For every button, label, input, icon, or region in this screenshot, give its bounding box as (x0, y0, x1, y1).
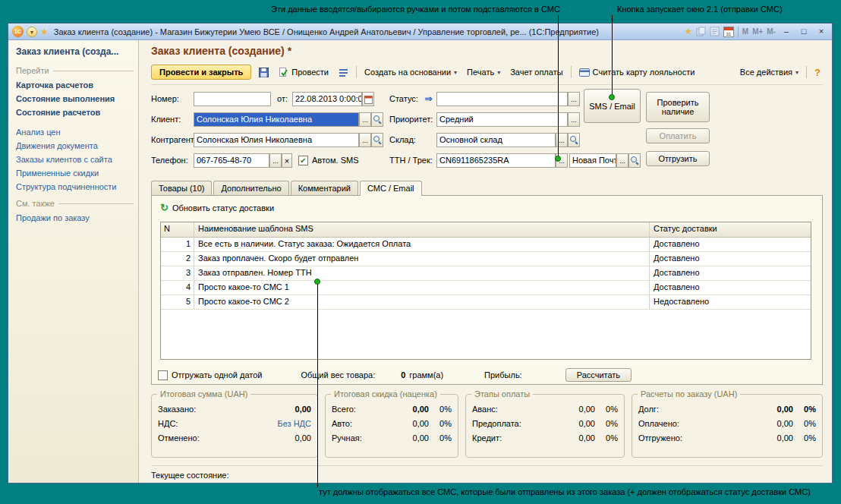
print-button[interactable]: Печать ▾ (465, 66, 502, 78)
calendar-icon[interactable]: 31 (723, 27, 734, 37)
warehouse-search-button[interactable] (568, 133, 580, 147)
vat-link[interactable]: Без НДС (250, 419, 311, 428)
history-icon[interactable] (710, 27, 720, 36)
client-field[interactable]: Солонская Юлия Николаевна (194, 112, 359, 127)
ship-same-date-checkbox[interactable] (158, 370, 168, 380)
carrier-search-button[interactable] (628, 153, 641, 168)
help-button[interactable]: ? (812, 67, 823, 78)
date-calendar-button[interactable] (362, 92, 374, 106)
ship-same-date-label: Отгружать одной датой (172, 370, 262, 380)
carrier-field[interactable]: Новая Почта (569, 153, 616, 168)
column-header-template[interactable]: Наименование шаблона SMS (194, 222, 650, 237)
column-header-n[interactable]: N (161, 222, 194, 237)
save-icon (259, 68, 269, 77)
sidebar-item-settlement-card[interactable]: Карточка расчетов (16, 80, 134, 90)
create-based-on-button[interactable]: Создать на основании ▾ (362, 66, 459, 78)
ttn-field[interactable]: CN6911865235RA (436, 153, 556, 168)
minimize-button[interactable]: – (780, 26, 793, 38)
close-button[interactable]: × (814, 26, 828, 38)
sms-panel-footer: Отгружать одной датой Общий вес товара: … (158, 367, 816, 383)
payment-offset-button[interactable]: Зачет оплаты (508, 66, 565, 78)
phone-label: Телефон: (151, 153, 188, 168)
auto-sms-checkbox[interactable]: ✔ (298, 156, 308, 165)
total-weight-unit: грамм(а) (409, 370, 443, 380)
sidebar-item-document-movements[interactable]: Движения документа (16, 141, 134, 150)
sidebar-item-sales-by-order[interactable]: Продажи по заказу (16, 213, 134, 222)
magnifier-icon (570, 136, 578, 144)
check-availability-button[interactable]: Проверить наличие (646, 92, 710, 122)
structure-list-button[interactable] (336, 66, 351, 79)
pay-button[interactable]: Оплатить (646, 128, 710, 143)
calculate-button[interactable]: Рассчитать (565, 368, 632, 382)
status-field[interactable] (436, 92, 568, 106)
table-row[interactable]: 3 Заказ отправлен. Номер ТТН Доставлено (161, 266, 811, 281)
group-total-discount: Итоговая скидка (наценка) Всего:0,000% А… (325, 394, 458, 458)
sidebar-section-see-also: См. также (16, 199, 134, 208)
annotation-bottom: тут должны отображаться все СМС, которые… (319, 487, 811, 496)
current-state-label: Текущее состояние: (151, 471, 229, 480)
table-row[interactable]: 5 Просто какое-то СМС 2 Недоставлено (161, 295, 811, 310)
all-actions-button[interactable]: Все действия ▾ (738, 66, 801, 78)
contractor-select-button[interactable]: ... (359, 133, 371, 147)
phone-clear-button[interactable]: × (282, 153, 292, 168)
client-search-button[interactable] (371, 112, 383, 127)
refresh-delivery-status-button[interactable]: ↻ Обновить статус доставки (158, 203, 276, 213)
save-button[interactable] (257, 66, 271, 79)
ship-button[interactable]: Отгрузить (646, 151, 710, 166)
group-total-sum: Итоговая сумма (UAH) Заказано:0,00 НДС:Б… (151, 394, 318, 458)
tab-comment[interactable]: Комментарий (291, 181, 358, 195)
sidebar-item-subordination-structure[interactable]: Структура подчиненности (16, 182, 134, 191)
sidebar-item-applied-discounts[interactable]: Примененные скидки (16, 169, 134, 178)
add-favorite-star-icon[interactable]: ★ (685, 27, 692, 36)
priority-field[interactable]: Средний (436, 112, 568, 127)
maximize-button[interactable]: □ (797, 26, 811, 38)
calc-memory-m-plus[interactable]: M+ (752, 27, 763, 36)
table-row[interactable]: 1 Все есть в наличии. Статус заказа: Ожи… (161, 238, 811, 252)
date-label: от: (277, 92, 288, 106)
sidebar-item-execution-state[interactable]: Состояние выполнения (16, 94, 134, 103)
column-header-status[interactable]: Статус доставки (650, 222, 811, 237)
contractor-search-button[interactable] (371, 133, 383, 147)
cancelled-value: 0,00 (250, 433, 311, 443)
main-menu-button[interactable]: ▾ (27, 27, 37, 37)
sidebar-item-price-analysis[interactable]: Анализ цен (16, 128, 134, 137)
calc-memory-m-minus[interactable]: M- (767, 27, 776, 36)
number-label: Номер: (151, 92, 179, 106)
toolbar-separator (356, 66, 357, 78)
favorites-star-icon[interactable]: ★ (40, 27, 49, 37)
tab-sms-email[interactable]: СМС / Email (360, 181, 422, 196)
calc-memory-m[interactable]: M (742, 27, 748, 36)
client-select-button[interactable]: ... (359, 112, 371, 127)
number-field[interactable] (194, 92, 271, 106)
tab-additional[interactable]: Дополнительно (213, 181, 288, 195)
post-and-close-button[interactable]: Провести и закрыть (151, 65, 251, 80)
ttn-label: ТТН / Трек: (389, 153, 433, 168)
contractor-field[interactable]: Солонская Юлия Николаевна (194, 133, 359, 147)
status-label: Статус: (389, 92, 418, 106)
window-titlebar[interactable]: 1С ▾ ★ Заказ клиента (создание) - Магази… (8, 24, 832, 40)
callout-line-ttn (558, 15, 559, 158)
phone-field[interactable]: 067-765-48-70 (194, 153, 269, 168)
toolbar-separator (571, 66, 572, 78)
sidebar-item-settlement-state[interactable]: Состояние расчетов (16, 108, 134, 117)
sidebar: Заказ клиента (созда... Перейти Карточка… (8, 40, 139, 483)
warehouse-field[interactable]: Основной склад (436, 133, 556, 147)
tab-goods[interactable]: Товары (10) (151, 181, 212, 195)
links-icon[interactable] (696, 27, 706, 36)
phone-select-button[interactable]: ... (269, 153, 282, 168)
date-field[interactable]: 22.08.2013 0:00:00 (292, 92, 362, 106)
sidebar-item-site-orders[interactable]: Заказы клиентов с сайта (16, 155, 134, 164)
table-row[interactable]: 2 Заказ проплачен. Скоро будет отправлен… (161, 252, 811, 266)
post-button[interactable]: Провести (276, 66, 331, 79)
priority-select-button[interactable]: ... (568, 112, 580, 127)
callout-dot-sms-button (609, 94, 615, 100)
table-row[interactable]: 4 Просто какое-то СМС 1 Доставлено (161, 281, 811, 295)
status-select-button[interactable]: ... (568, 92, 580, 106)
chevron-down-icon: ▾ (454, 69, 457, 76)
carrier-select-button[interactable]: ... (616, 153, 628, 168)
app-window: 1С ▾ ★ Заказ клиента (создание) - Магази… (8, 23, 833, 484)
sms-table: N Наименование шаблона SMS Статус достав… (160, 222, 811, 360)
loyalty-card-button[interactable]: Считать карту лояльности (577, 66, 698, 78)
status-go-icon[interactable]: ⇒ (423, 92, 434, 106)
magnifier-icon (373, 115, 382, 124)
